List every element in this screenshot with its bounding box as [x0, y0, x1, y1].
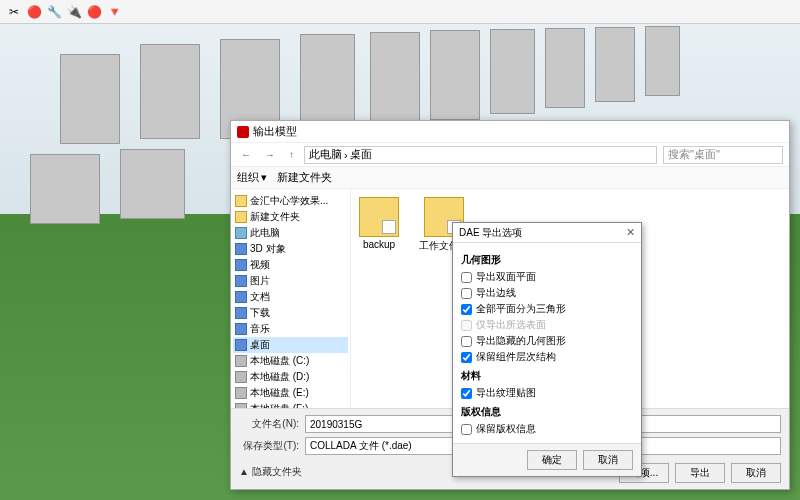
tree-item[interactable]: 本地磁盘 (C:) [233, 353, 348, 369]
close-icon[interactable]: ✕ [626, 226, 635, 239]
tree-label: 本地磁盘 (E:) [250, 386, 309, 400]
search-input[interactable]: 搜索"桌面" [663, 146, 783, 164]
options-cancel-button[interactable]: 取消 [583, 450, 633, 470]
tree-label: 音乐 [250, 322, 270, 336]
option-label: 仅导出所选表面 [476, 318, 546, 332]
tree-item[interactable]: 文档 [233, 289, 348, 305]
tool-icon-1[interactable]: ✂ [6, 4, 22, 20]
building [595, 27, 635, 102]
file-label: backup [363, 239, 395, 250]
cancel-button[interactable]: 取消 [731, 463, 781, 483]
option-row[interactable]: 保留版权信息 [461, 421, 633, 437]
options-ok-button[interactable]: 确定 [527, 450, 577, 470]
tree-item[interactable]: 下载 [233, 305, 348, 321]
building [430, 30, 480, 120]
organize-menu[interactable]: 组织 ▾ [237, 170, 267, 185]
building [300, 34, 355, 134]
options-titlebar: DAE 导出选项 ✕ [453, 223, 641, 243]
tree-label: 下载 [250, 306, 270, 320]
tree-label: 3D 对象 [250, 242, 286, 256]
option-label: 全部平面分为三角形 [476, 302, 566, 316]
folder-icon [235, 339, 247, 351]
option-label: 导出纹理贴图 [476, 386, 536, 400]
options-title: DAE 导出选项 [459, 226, 522, 240]
folder-tree[interactable]: 金汇中心学效果...新建文件夹此电脑3D 对象视频图片文档下载音乐桌面本地磁盘 … [231, 189, 351, 408]
breadcrumb-sep: › [344, 149, 348, 161]
breadcrumb[interactable]: 此电脑 › 桌面 [304, 146, 657, 164]
nav-forward-icon[interactable]: → [261, 149, 279, 160]
folder-icon [235, 307, 247, 319]
option-row[interactable]: 导出隐藏的几何图形 [461, 333, 633, 349]
option-checkbox[interactable] [461, 272, 472, 283]
new-folder-button[interactable]: 新建文件夹 [277, 170, 332, 185]
tree-label: 视频 [250, 258, 270, 272]
tree-label: 桌面 [250, 338, 270, 352]
folder-icon [235, 355, 247, 367]
option-label: 导出隐藏的几何图形 [476, 334, 566, 348]
nav-back-icon[interactable]: ← [237, 149, 255, 160]
breadcrumb-segment[interactable]: 此电脑 [309, 147, 342, 162]
tree-item[interactable]: 图片 [233, 273, 348, 289]
dialog-titlebar: 输出模型 [231, 121, 789, 143]
folder-icon [235, 387, 247, 399]
tree-item[interactable]: 此电脑 [233, 225, 348, 241]
option-row[interactable]: 导出边线 [461, 285, 633, 301]
dialog-title: 输出模型 [253, 124, 297, 139]
tool-icon-3[interactable]: 🔧 [46, 4, 62, 20]
file-item[interactable]: backup [359, 197, 399, 250]
option-label: 保留组件层次结构 [476, 350, 556, 364]
option-row[interactable]: 导出纹理贴图 [461, 385, 633, 401]
tree-label: 本地磁盘 (C:) [250, 354, 309, 368]
folder-icon [235, 195, 247, 207]
tree-label: 文档 [250, 290, 270, 304]
option-checkbox[interactable] [461, 336, 472, 347]
tree-label: 本地磁盘 (D:) [250, 370, 309, 384]
hide-folders-toggle[interactable]: ▲ 隐藏文件夹 [239, 463, 302, 479]
folder-icon [235, 371, 247, 383]
tree-item[interactable]: 金汇中心学效果... [233, 193, 348, 209]
building [370, 32, 420, 127]
options-section-title: 版权信息 [461, 405, 633, 419]
tree-item[interactable]: 本地磁盘 (F:) [233, 401, 348, 408]
folder-icon [235, 259, 247, 271]
tool-icon-4[interactable]: 🔌 [66, 4, 82, 20]
option-row: 仅导出所选表面 [461, 317, 633, 333]
option-row[interactable]: 全部平面分为三角形 [461, 301, 633, 317]
building [490, 29, 535, 114]
building [60, 54, 120, 144]
filename-label: 文件名(N): [239, 417, 299, 431]
option-checkbox[interactable] [461, 352, 472, 363]
building [545, 28, 585, 108]
app-icon [237, 126, 249, 138]
option-checkbox[interactable] [461, 388, 472, 399]
tree-item[interactable]: 本地磁盘 (E:) [233, 385, 348, 401]
option-row[interactable]: 导出双面平面 [461, 269, 633, 285]
tree-item[interactable]: 新建文件夹 [233, 209, 348, 225]
options-section-title: 材料 [461, 369, 633, 383]
options-section-title: 几何图形 [461, 253, 633, 267]
option-row[interactable]: 保留组件层次结构 [461, 349, 633, 365]
building [120, 149, 185, 219]
folder-icon [235, 227, 247, 239]
option-checkbox[interactable] [461, 288, 472, 299]
export-button[interactable]: 导出 [675, 463, 725, 483]
nav-up-icon[interactable]: ↑ [285, 149, 298, 160]
option-label: 保留版权信息 [476, 422, 536, 436]
tree-item[interactable]: 桌面 [233, 337, 348, 353]
option-checkbox [461, 320, 472, 331]
breadcrumb-segment[interactable]: 桌面 [350, 147, 372, 162]
tree-item[interactable]: 视频 [233, 257, 348, 273]
tree-item[interactable]: 3D 对象 [233, 241, 348, 257]
folder-icon [359, 197, 399, 237]
tool-icon-6[interactable]: 🔻 [106, 4, 122, 20]
tree-item[interactable]: 音乐 [233, 321, 348, 337]
option-checkbox[interactable] [461, 304, 472, 315]
dae-export-options-dialog: DAE 导出选项 ✕ 几何图形导出双面平面导出边线全部平面分为三角形仅导出所选表… [452, 222, 642, 477]
tool-icon-2[interactable]: 🔴 [26, 4, 42, 20]
tree-label: 图片 [250, 274, 270, 288]
tool-icon-5[interactable]: 🔴 [86, 4, 102, 20]
tree-item[interactable]: 本地磁盘 (D:) [233, 369, 348, 385]
folder-icon [235, 243, 247, 255]
building [140, 44, 200, 139]
option-checkbox[interactable] [461, 424, 472, 435]
